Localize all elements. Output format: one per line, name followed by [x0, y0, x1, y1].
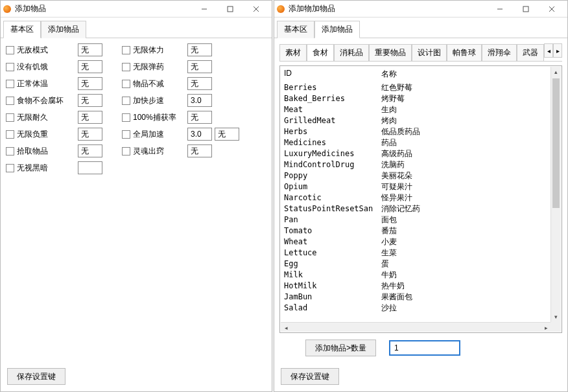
cheat-value[interactable]: 无 [78, 43, 102, 56]
cheat-label: 无敌模式 [17, 45, 75, 56]
category-tab-7[interactable]: 武器 [517, 44, 544, 62]
tab-1[interactable]: 添加物品 [41, 21, 86, 38]
horizontal-scrollbar[interactable]: ◂ ▸ [281, 322, 551, 332]
list-item[interactable]: MindControlDrug洗脑药 [284, 159, 558, 170]
scroll-down-icon[interactable]: ▾ [551, 312, 561, 322]
cheat-value[interactable]: 无 [78, 77, 102, 90]
cheat-value[interactable]: 无 [187, 111, 212, 124]
cheat-label: 无限耐久 [17, 112, 75, 123]
quantity-input[interactable]: 1 [389, 340, 460, 356]
checkbox[interactable] [6, 63, 14, 71]
checkbox[interactable] [122, 147, 130, 156]
cheat-label: 无视黑暗 [17, 163, 75, 174]
save-settings-button[interactable]: 保存设置键 [7, 368, 65, 385]
cheat-value[interactable]: 无 [78, 128, 102, 141]
list-item[interactable]: JamBun果酱面包 [284, 292, 558, 303]
cheat-value[interactable]: 3.0 [187, 128, 212, 141]
checkbox[interactable] [6, 164, 14, 172]
cheat-value[interactable]: 无 [78, 144, 102, 157]
cheat-value[interactable] [78, 161, 102, 174]
vertical-scrollbar[interactable]: ▴ ▾ [550, 67, 561, 322]
tab-scroll-left-icon[interactable]: ◂ [544, 43, 553, 58]
checkbox[interactable] [122, 80, 130, 88]
list-item[interactable]: Meat生肉 [284, 104, 558, 115]
checkbox[interactable] [6, 80, 14, 88]
cheat-label: 全局加速 [133, 129, 185, 140]
list-item[interactable]: Opium可疑果汁 [284, 181, 558, 192]
checkbox[interactable] [122, 113, 130, 122]
cheat-label: 无限负重 [17, 129, 75, 140]
scroll-up-icon[interactable]: ▴ [551, 67, 561, 77]
tab-0[interactable]: 基本区 [3, 21, 41, 38]
cheat-value[interactable]: 无 [78, 111, 102, 124]
cheat-label: 正常体温 [17, 78, 75, 89]
list-item[interactable]: GrilledMeat烤肉 [284, 115, 558, 126]
list-item[interactable]: Tomato番茄 [284, 225, 558, 236]
checkbox[interactable] [6, 113, 14, 122]
tab-scroll-right-icon[interactable]: ▸ [553, 43, 562, 58]
item-list: ID 名称 Berries红色野莓Baked_Berries烤野莓Meat生肉G… [279, 65, 562, 333]
minimize-button[interactable] [191, 1, 217, 17]
scroll-left-icon[interactable]: ◂ [281, 323, 291, 333]
category-tab-4[interactable]: 设计图 [412, 44, 447, 62]
scroll-thumb[interactable] [552, 78, 560, 208]
cheat-value[interactable]: 无 [187, 60, 212, 73]
list-item[interactable]: StatusPointResetSan消除记忆药 [284, 203, 558, 214]
window-right: 添加物加物品 基本区添加物品 素材食材消耗品重要物品设计图帕鲁球滑翔伞武器◂ ▸… [274, 0, 568, 392]
list-item[interactable]: Narcotic怪异果汁 [284, 192, 558, 203]
tab-1[interactable]: 添加物品 [314, 21, 360, 38]
cheat-value[interactable]: 无 [187, 144, 212, 157]
category-tab-6[interactable]: 滑翔伞 [482, 44, 517, 62]
checkbox[interactable] [122, 97, 130, 105]
checkbox[interactable] [6, 147, 14, 156]
main-tabs: 基本区添加物品 [1, 17, 272, 38]
list-item[interactable]: Poppy美丽花朵 [284, 170, 558, 181]
cheat-value[interactable]: 3.0 [187, 94, 212, 107]
list-item[interactable]: Pan面包 [284, 214, 558, 225]
close-button[interactable] [539, 1, 565, 17]
checkbox[interactable] [122, 46, 130, 54]
checkbox[interactable] [6, 97, 14, 105]
list-item[interactable]: Baked_Berries烤野莓 [284, 93, 558, 104]
scroll-right-icon[interactable]: ▸ [541, 323, 551, 332]
app-icon [277, 5, 285, 13]
list-item[interactable]: HotMilk热牛奶 [284, 281, 558, 292]
list-item[interactable]: Berries红色野莓 [284, 82, 558, 93]
cheat-grid: 无敌模式 无 没有饥饿 无 正常体温 无 食物不会腐坏 无 无限耐久 无 无限负… [6, 43, 266, 174]
cheat-label: 加快步速 [133, 95, 185, 106]
save-settings-button[interactable]: 保存设置键 [281, 368, 339, 385]
maximize-button[interactable] [217, 1, 243, 17]
list-item[interactable]: Milk牛奶 [284, 270, 558, 281]
list-item[interactable]: Lettuce生菜 [284, 248, 558, 259]
list-item[interactable]: Egg蛋 [284, 259, 558, 270]
category-tab-1[interactable]: 食材 [307, 44, 334, 62]
checkbox[interactable] [6, 46, 14, 54]
cheat-label: 拾取物品 [17, 146, 75, 157]
cheat-value[interactable]: 无 [78, 60, 102, 73]
list-item[interactable]: Wheat小麦 [284, 236, 558, 248]
category-tab-0[interactable]: 素材 [279, 44, 307, 62]
window-title: 添加物品 [15, 3, 191, 14]
list-item[interactable]: Herbs低品质药品 [284, 126, 558, 137]
cheat-value[interactable]: 无 [187, 43, 212, 56]
checkbox[interactable] [122, 130, 130, 139]
svg-rect-5 [523, 6, 528, 12]
minimize-button[interactable] [487, 1, 513, 17]
maximize-button[interactable] [513, 1, 539, 17]
list-item[interactable]: LuxuryMedicines高级药品 [284, 148, 558, 159]
category-tab-2[interactable]: 消耗品 [334, 44, 369, 62]
list-item[interactable]: Medicines药品 [284, 137, 558, 148]
cheat-value[interactable]: 无 [187, 77, 212, 90]
window-left: 添加物品 基本区添加物品 无敌模式 无 没有饥饿 无 正常体温 无 食物不会腐坏… [0, 0, 272, 392]
cheat-value-2[interactable]: 无 [215, 128, 239, 141]
checkbox[interactable] [6, 130, 14, 139]
add-item-button[interactable]: 添加物品>数量 [305, 340, 376, 356]
tab-0[interactable]: 基本区 [277, 21, 314, 38]
category-tab-3[interactable]: 重要物品 [369, 44, 412, 62]
close-button[interactable] [243, 1, 269, 17]
category-tab-5[interactable]: 帕鲁球 [447, 44, 482, 62]
checkbox[interactable] [122, 63, 130, 71]
window-title: 添加物加物品 [289, 3, 487, 14]
list-item[interactable]: Salad沙拉 [284, 303, 558, 314]
cheat-value[interactable]: 无 [78, 94, 102, 107]
